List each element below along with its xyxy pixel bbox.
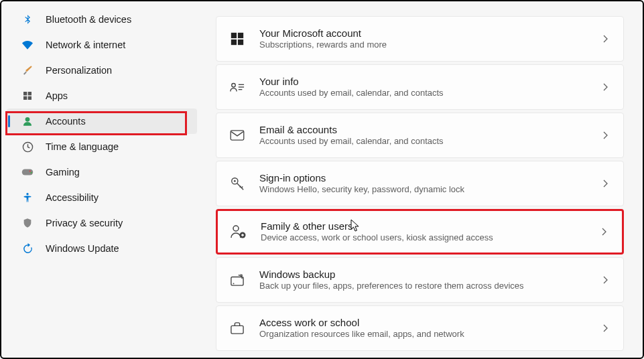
card-family-other-users[interactable]: Family & other users Device access, work… xyxy=(216,209,624,255)
svg-point-4 xyxy=(25,117,30,122)
card-text: Your info Accounts used by email, calend… xyxy=(259,75,600,99)
card-desc: Subscriptions, rewards and more xyxy=(259,40,600,51)
card-title: Family & other users xyxy=(261,220,599,233)
sidebar-item-accessibility[interactable]: Accessibility xyxy=(7,185,197,210)
svg-point-14 xyxy=(232,84,236,88)
paintbrush-icon xyxy=(21,64,34,76)
apps-icon xyxy=(21,90,34,102)
sidebar-item-privacy[interactable]: Privacy & security xyxy=(7,210,197,236)
card-text: Sign-in options Windows Hello, security … xyxy=(259,171,600,196)
card-text: Email & accounts Accounts used by email,… xyxy=(259,123,600,147)
card-title: Your Microsoft account xyxy=(259,27,600,40)
sidebar-item-network[interactable]: Network & internet xyxy=(7,32,197,58)
sidebar-item-label: Network & internet xyxy=(46,40,125,50)
svg-point-9 xyxy=(26,193,28,195)
sidebar-item-label: Personalization xyxy=(46,65,112,76)
chevron-right-icon xyxy=(600,178,611,189)
sidebar-item-label: Accounts xyxy=(46,116,86,127)
sidebar-item-label: Time & language xyxy=(46,141,119,152)
sidebar-item-label: Privacy & security xyxy=(46,218,123,228)
card-text: Your Microsoft account Subscriptions, re… xyxy=(259,27,600,51)
sidebar-item-label: Apps xyxy=(46,90,68,101)
chevron-right-icon xyxy=(600,33,611,44)
main-content: Your Microsoft account Subscriptions, re… xyxy=(202,1,643,358)
svg-rect-18 xyxy=(231,131,244,140)
card-microsoft-account[interactable]: Your Microsoft account Subscriptions, re… xyxy=(216,16,624,62)
card-desc: Organization resources like email, apps,… xyxy=(259,329,600,340)
chevron-right-icon xyxy=(600,130,611,141)
sidebar: Bluetooth & devices Network & internet P… xyxy=(1,1,202,358)
card-your-info[interactable]: Your info Accounts used by email, calend… xyxy=(216,64,624,110)
chevron-right-icon xyxy=(599,226,610,237)
svg-point-24 xyxy=(233,283,235,285)
card-email-accounts[interactable]: Email & accounts Accounts used by email,… xyxy=(216,113,624,158)
card-text: Access work or school Organization resou… xyxy=(259,316,600,340)
id-card-icon xyxy=(229,78,246,96)
chevron-right-icon xyxy=(600,323,611,334)
svg-point-8 xyxy=(31,172,32,173)
card-signin-options[interactable]: Sign-in options Windows Hello, security … xyxy=(216,161,624,206)
svg-rect-25 xyxy=(231,326,243,334)
svg-rect-10 xyxy=(231,33,237,38)
sidebar-item-apps[interactable]: Apps xyxy=(7,83,197,109)
card-windows-backup[interactable]: Windows backup Back up your files, apps,… xyxy=(216,257,624,303)
card-title: Your info xyxy=(259,75,600,88)
microsoft-icon xyxy=(229,30,246,48)
card-desc: Accounts used by email, calendar, and co… xyxy=(259,88,600,99)
svg-rect-12 xyxy=(231,40,237,45)
card-title: Windows backup xyxy=(259,268,600,281)
card-work-school[interactable]: Access work or school Organization resou… xyxy=(216,305,624,351)
card-desc: Device access, work or school users, kio… xyxy=(261,232,599,244)
sidebar-item-update[interactable]: Windows Update xyxy=(7,236,197,261)
key-icon xyxy=(229,175,246,192)
card-title: Sign-in options xyxy=(259,171,600,185)
svg-rect-0 xyxy=(23,92,27,95)
accounts-icon xyxy=(21,115,34,127)
chevron-right-icon xyxy=(600,82,611,92)
card-desc: Windows Hello, security key, password, d… xyxy=(259,184,600,196)
accessibility-icon xyxy=(21,192,34,204)
briefcase-icon xyxy=(229,319,246,337)
backup-icon xyxy=(229,271,246,289)
svg-point-7 xyxy=(29,170,31,171)
svg-rect-11 xyxy=(238,33,243,38)
sidebar-item-label: Windows Update xyxy=(46,243,119,254)
update-icon xyxy=(21,242,34,255)
clock-globe-icon xyxy=(21,141,34,153)
card-text: Windows backup Back up your files, apps,… xyxy=(259,268,600,292)
card-desc: Accounts used by email, calendar, and co… xyxy=(259,136,600,147)
svg-point-21 xyxy=(233,226,239,231)
svg-rect-2 xyxy=(23,96,27,100)
card-text: Family & other users Device access, work… xyxy=(261,220,599,244)
network-icon xyxy=(21,39,34,51)
svg-rect-3 xyxy=(28,96,31,100)
sidebar-item-gaming[interactable]: Gaming xyxy=(7,159,197,185)
card-title: Email & accounts xyxy=(259,123,600,137)
chevron-right-icon xyxy=(600,275,611,285)
sidebar-item-time[interactable]: Time & language xyxy=(7,134,197,159)
card-title: Access work or school xyxy=(259,316,600,330)
sidebar-item-personalization[interactable]: Personalization xyxy=(7,58,197,83)
bluetooth-icon xyxy=(21,13,34,25)
sidebar-item-accounts[interactable]: Accounts xyxy=(7,109,197,134)
svg-rect-13 xyxy=(238,40,243,45)
svg-point-20 xyxy=(234,180,236,182)
svg-rect-1 xyxy=(28,92,31,95)
card-desc: Back up your files, apps, preferences to… xyxy=(259,281,600,292)
sidebar-item-label: Gaming xyxy=(46,167,80,177)
svg-rect-23 xyxy=(231,277,243,285)
sidebar-item-bluetooth[interactable]: Bluetooth & devices xyxy=(7,7,197,32)
gaming-icon xyxy=(21,166,34,178)
family-icon xyxy=(230,223,247,240)
sidebar-item-label: Bluetooth & devices xyxy=(46,14,131,25)
email-icon xyxy=(229,127,246,144)
shield-icon xyxy=(21,217,34,229)
sidebar-item-label: Accessibility xyxy=(46,192,99,203)
